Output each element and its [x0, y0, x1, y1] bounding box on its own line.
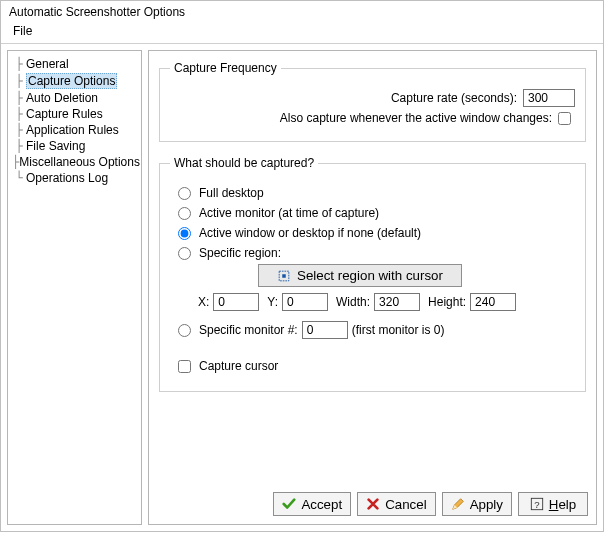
- tree-item[interactable]: ├Miscellaneous Options: [10, 154, 139, 170]
- apply-button[interactable]: Apply: [442, 492, 512, 516]
- cancel-label: Cancel: [385, 497, 427, 512]
- capture-rate-label: Capture rate (seconds):: [391, 91, 517, 105]
- help-icon: ?: [530, 497, 544, 511]
- cancel-button[interactable]: Cancel: [357, 492, 436, 516]
- tree-item[interactable]: ├Application Rules: [10, 122, 139, 138]
- tree-connector-icon: ├: [12, 74, 26, 88]
- radio-full-desktop[interactable]: [178, 187, 191, 200]
- tree-item-label: Miscellaneous Options: [19, 155, 140, 169]
- capture-frequency-legend: Capture Frequency: [170, 61, 281, 75]
- cross-icon: [366, 497, 380, 511]
- radio-specific-region-label: Specific region:: [199, 244, 281, 262]
- radio-active-window-label: Active window or desktop if none (defaul…: [199, 224, 421, 242]
- tree-item-label: Capture Rules: [26, 107, 103, 121]
- body: ├General├Capture Options├Auto Deletion├C…: [1, 44, 603, 531]
- tree-item-label: Auto Deletion: [26, 91, 98, 105]
- help-button[interactable]: ? Help: [518, 492, 588, 516]
- specific-monitor-hint: (first monitor is 0): [352, 321, 445, 339]
- radio-active-monitor-label: Active monitor (at time of capture): [199, 204, 379, 222]
- region-height-input[interactable]: [470, 293, 516, 311]
- dialog-buttons: Accept Cancel Apply ?: [273, 492, 588, 516]
- svg-text:?: ?: [534, 499, 539, 510]
- menubar: File: [1, 21, 603, 44]
- accept-label: Accept: [301, 497, 342, 512]
- specific-monitor-input[interactable]: [302, 321, 348, 339]
- accept-button[interactable]: Accept: [273, 492, 351, 516]
- crosshair-icon: [277, 269, 291, 283]
- tree-connector-icon: ├: [12, 139, 26, 153]
- region-x-label: X:: [198, 295, 209, 309]
- tree-connector-icon: ├: [12, 155, 19, 169]
- menu-file[interactable]: File: [9, 23, 36, 39]
- radio-specific-monitor[interactable]: [178, 324, 191, 337]
- capture-cursor-label: Capture cursor: [199, 357, 278, 375]
- pencil-icon: [451, 497, 465, 511]
- tree-item[interactable]: ├Capture Options: [10, 72, 139, 90]
- window-title: Automatic Screenshotter Options: [1, 1, 603, 21]
- tree-connector-icon: └: [12, 171, 26, 185]
- tree-connector-icon: ├: [12, 91, 26, 105]
- tree-item-label: General: [26, 57, 69, 71]
- radio-active-monitor[interactable]: [178, 207, 191, 220]
- apply-label: Apply: [470, 497, 503, 512]
- capture-frequency-group: Capture Frequency Capture rate (seconds)…: [159, 61, 586, 142]
- region-x-input[interactable]: [213, 293, 259, 311]
- svg-rect-1: [282, 274, 286, 278]
- radio-full-desktop-label: Full desktop: [199, 184, 264, 202]
- tree-connector-icon: ├: [12, 57, 26, 71]
- tree-connector-icon: ├: [12, 107, 26, 121]
- window-change-label: Also capture whenever the active window …: [280, 111, 552, 125]
- check-icon: [282, 497, 296, 511]
- help-label: Help: [549, 497, 576, 512]
- tree-item-label: File Saving: [26, 139, 85, 153]
- capture-rate-input[interactable]: [523, 89, 575, 107]
- capture-cursor-checkbox[interactable]: [178, 360, 191, 373]
- tree-connector-icon: ├: [12, 123, 26, 137]
- options-window: Automatic Screenshotter Options File ├Ge…: [0, 0, 604, 532]
- region-height-label: Height:: [428, 295, 466, 309]
- window-change-checkbox[interactable]: [558, 112, 571, 125]
- tree-item[interactable]: ├File Saving: [10, 138, 139, 154]
- radio-active-window[interactable]: [178, 227, 191, 240]
- region-width-input[interactable]: [374, 293, 420, 311]
- region-y-label: Y:: [267, 295, 278, 309]
- what-captured-legend: What should be captured?: [170, 156, 318, 170]
- tree-item[interactable]: ├Auto Deletion: [10, 90, 139, 106]
- category-tree[interactable]: ├General├Capture Options├Auto Deletion├C…: [7, 50, 142, 525]
- tree-item[interactable]: ├General: [10, 56, 139, 72]
- radio-specific-region[interactable]: [178, 247, 191, 260]
- select-region-label: Select region with cursor: [297, 268, 443, 283]
- tree-item-label: Operations Log: [26, 171, 108, 185]
- what-captured-group: What should be captured? Full desktop Ac…: [159, 156, 586, 392]
- select-region-button[interactable]: Select region with cursor: [258, 264, 462, 287]
- radio-specific-monitor-label: Specific monitor #:: [199, 321, 298, 339]
- settings-panel: Capture Frequency Capture rate (seconds)…: [148, 50, 597, 525]
- tree-item-label: Application Rules: [26, 123, 119, 137]
- region-width-label: Width:: [336, 295, 370, 309]
- tree-item[interactable]: ├Capture Rules: [10, 106, 139, 122]
- region-y-input[interactable]: [282, 293, 328, 311]
- tree-item-label: Capture Options: [26, 73, 117, 89]
- tree-item[interactable]: └Operations Log: [10, 170, 139, 186]
